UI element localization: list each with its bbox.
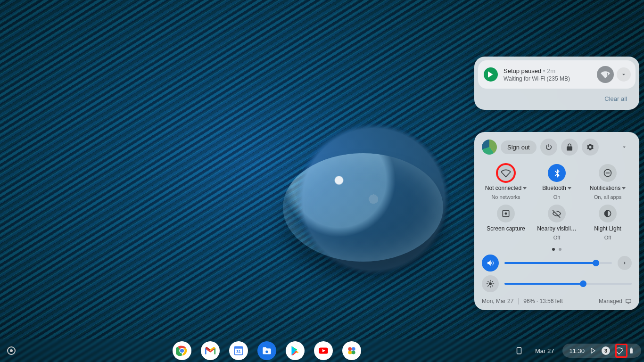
tile-sub: Off <box>553 235 560 240</box>
svg-rect-24 <box>631 348 632 349</box>
quick-settings-panel: Sign out Not connected No networks Bluet… <box>474 132 639 310</box>
svg-rect-22 <box>517 347 521 354</box>
volume-icon[interactable] <box>482 255 499 272</box>
battery-icon <box>628 346 635 355</box>
svg-point-16 <box>266 350 268 353</box>
gmail-icon[interactable] <box>201 341 220 360</box>
svg-rect-7 <box>627 303 629 304</box>
svg-point-10 <box>181 349 184 353</box>
tile-bluetooth[interactable]: Bluetooth On <box>533 164 581 202</box>
tile-label: Night Light <box>594 225 621 232</box>
highlight-ring <box>496 163 516 183</box>
power-button[interactable] <box>540 139 557 156</box>
play-triangle-icon <box>589 347 597 354</box>
notifications-panel: Setup paused • 2m Waiting for Wi-Fi (235… <box>474 57 639 110</box>
svg-rect-6 <box>626 299 631 303</box>
wallpaper-droplet <box>283 153 443 262</box>
volume-slider[interactable] <box>504 262 612 264</box>
bluetooth-icon <box>552 168 561 178</box>
tile-label: Screen capture <box>487 225 525 232</box>
notification-title: Setup paused <box>504 67 541 74</box>
settings-button[interactable] <box>582 139 599 156</box>
notification-age: 2m <box>547 67 555 74</box>
audio-settings-button[interactable] <box>618 256 632 270</box>
notification-body: Setup paused • 2m Waiting for Wi-Fi (235… <box>504 67 591 82</box>
tile-screen-capture[interactable]: Screen capture <box>482 205 530 242</box>
tile-sub: No networks <box>491 194 520 200</box>
notification-count: 3 <box>602 346 610 355</box>
launcher-button[interactable] <box>0 346 23 355</box>
youtube-icon[interactable] <box>314 341 333 360</box>
brightness-row <box>482 275 632 292</box>
wifi-status-icon <box>615 346 623 355</box>
tile-sub: On, all apps <box>594 194 622 200</box>
notification-card[interactable]: Setup paused • 2m Waiting for Wi-Fi (235… <box>478 60 636 89</box>
shelf: 31 Mar 27 11:30 3 <box>0 339 644 362</box>
files-icon[interactable] <box>257 341 276 360</box>
svg-point-20 <box>352 351 355 354</box>
tablet-mode-icon[interactable] <box>512 343 527 358</box>
calendar-icon[interactable]: 31 <box>229 341 248 360</box>
svg-point-5 <box>489 282 492 285</box>
notification-expand-button[interactable] <box>617 67 631 82</box>
svg-text:31: 31 <box>237 349 241 354</box>
tile-night-light[interactable]: Night Light Off <box>584 205 632 242</box>
shelf-apps: 31 <box>23 341 512 360</box>
visibility-off-icon <box>552 209 561 218</box>
svg-rect-23 <box>630 348 633 354</box>
svg-rect-1 <box>606 173 610 173</box>
svg-point-3 <box>505 213 507 215</box>
wifi-warning-icon <box>597 66 614 83</box>
volume-row <box>482 255 632 272</box>
brightness-icon[interactable] <box>482 275 499 292</box>
brightness-slider[interactable] <box>504 283 632 285</box>
dnd-icon <box>603 168 612 178</box>
svg-point-21 <box>348 351 352 354</box>
footer-date: Mon, Mar 27 <box>482 298 513 304</box>
svg-rect-14 <box>235 346 243 348</box>
collapse-button[interactable] <box>617 140 632 155</box>
tile-network[interactable]: Not connected No networks <box>482 164 530 202</box>
play-store-icon[interactable] <box>286 341 305 360</box>
lock-button[interactable] <box>561 139 578 156</box>
page-indicator[interactable] <box>482 248 632 251</box>
chrome-icon[interactable] <box>173 341 191 360</box>
tile-nearby-visibility[interactable]: Nearby visibil… Off <box>533 205 581 242</box>
night-light-icon <box>603 209 612 218</box>
tray-time: 11:30 <box>569 347 585 354</box>
tile-sub: Off <box>604 235 611 240</box>
sign-out-button[interactable]: Sign out <box>501 140 537 154</box>
clear-all-button[interactable]: Clear all <box>604 95 627 102</box>
svg-point-19 <box>352 347 355 351</box>
tray-date[interactable]: Mar 27 <box>530 347 559 354</box>
screenshot-icon <box>501 209 511 218</box>
tile-label: Nearby visibil… <box>537 225 576 232</box>
tile-label: Not connected <box>485 185 521 191</box>
footer-battery: 96% · 13:56 left <box>523 298 562 304</box>
photos-icon[interactable] <box>342 341 361 360</box>
notification-subtitle: Waiting for Wi-Fi (235 MB) <box>504 75 591 82</box>
tile-label: Bluetooth <box>542 185 566 191</box>
avatar[interactable] <box>482 140 497 155</box>
status-tray[interactable]: 11:30 3 <box>562 344 641 358</box>
tile-sub: On <box>553 194 561 200</box>
tile-notifications[interactable]: Notifications On, all apps <box>584 164 632 202</box>
tile-label: Notifications <box>590 185 620 191</box>
managed-button[interactable]: Managed <box>599 298 632 304</box>
svg-point-18 <box>348 347 352 351</box>
play-store-icon <box>484 67 498 82</box>
